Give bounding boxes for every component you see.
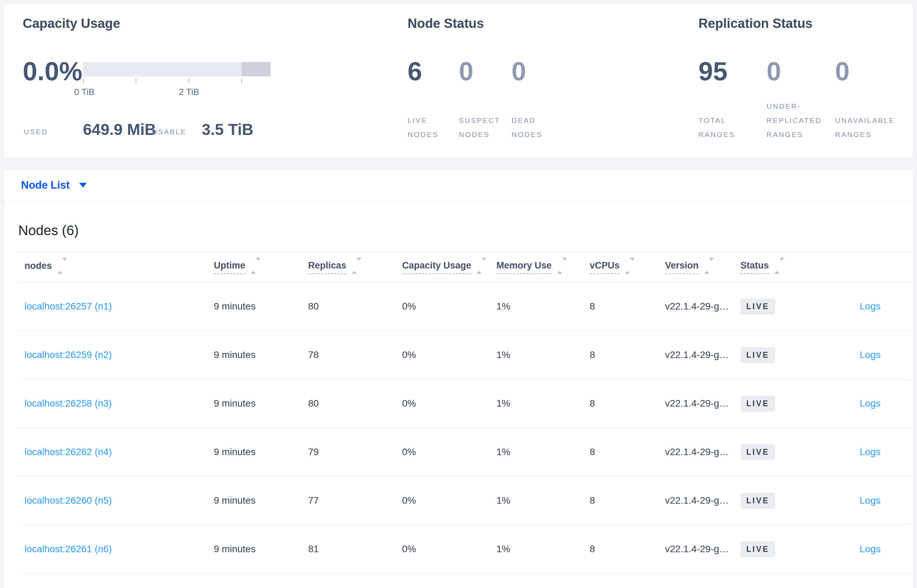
suspect-nodes-value: 0 (459, 58, 512, 84)
capacity-usage-bar (83, 62, 271, 76)
vcpus-cell: 8 (583, 331, 659, 380)
capacity-usage-cell: 0% (396, 380, 490, 428)
uptime-cell: 9 minutes (208, 525, 302, 573)
logs-link[interactable]: Logs (859, 301, 880, 312)
sort-arrows-icon (625, 261, 635, 271)
sort-arrows-icon (352, 261, 362, 271)
unavailable-ranges-label: UNAVAILABLE RANGES (835, 113, 917, 142)
column-header-memory[interactable]: Memory Use (490, 252, 583, 282)
table-header-row: nodesUptimeReplicasCapacity UsageMemory … (18, 252, 911, 282)
memory-use-cell: 1% (490, 380, 583, 428)
status-cell: LIVE (734, 331, 810, 380)
status-badge: LIVE (740, 493, 775, 509)
table-row: localhost:26262 (n4) 9 minutes 79 0% 1% … (18, 428, 911, 477)
vcpus-cell: 8 (583, 380, 659, 428)
node-cell: localhost:26257 (n1) (18, 282, 208, 331)
cluster-summary-panel: Capacity Usage 0.0% 0 TiB 2 TiB USED 649… (3, 3, 914, 158)
node-link[interactable]: localhost:26260 (n5) (24, 495, 112, 506)
vcpus-cell: 8 (583, 282, 659, 331)
under-replicated-ranges-value: 0 (767, 58, 835, 84)
chevron-down-icon (79, 183, 87, 187)
table-row: localhost:26257 (n1) 9 minutes 80 0% 1% … (18, 282, 911, 331)
logs-link[interactable]: Logs (859, 544, 880, 554)
axis-tick (83, 79, 84, 83)
column-header-replicas[interactable]: Replicas (302, 252, 396, 282)
node-link[interactable]: localhost:26259 (n2) (24, 349, 112, 360)
uptime-cell: 9 minutes (208, 477, 302, 525)
logs-cell: Logs (810, 282, 911, 331)
version-cell: v22.1.4-29-g… (659, 331, 734, 380)
status-badge: LIVE (740, 541, 775, 557)
column-header-status[interactable]: Status (734, 252, 810, 282)
table-row: localhost:26259 (n2) 9 minutes 78 0% 1% … (18, 331, 911, 380)
status-cell: LIVE (734, 477, 810, 525)
sort-arrows-icon (775, 261, 784, 271)
status-cell: LIVE (734, 525, 810, 573)
column-header-uptime[interactable]: Uptime (208, 252, 302, 282)
status-cell: LIVE (734, 428, 810, 477)
used-value: 649.9 MiB (83, 120, 156, 139)
table-row: localhost:26260 (n5) 9 minutes 77 0% 1% … (18, 477, 911, 525)
axis-tick-label: 0 TiB (74, 87, 94, 97)
logs-cell: Logs (810, 477, 911, 525)
memory-use-cell: 1% (490, 477, 583, 525)
nodes-table-section: Nodes (6) nodesUptimeReplicasCapacity Us… (4, 223, 913, 573)
replication-status-title: Replication Status (698, 16, 813, 31)
live-nodes-value: 6 (408, 58, 459, 84)
logs-link[interactable]: Logs (859, 446, 880, 457)
column-header-vcpus[interactable]: vCPUs (583, 252, 659, 282)
node-list-panel: Node List Nodes (6) nodesUptimeReplicasC… (3, 169, 914, 588)
node-link[interactable]: localhost:26262 (n4) (24, 446, 112, 457)
capacity-usage-cell: 0% (396, 282, 490, 331)
memory-use-cell: 1% (490, 282, 583, 331)
column-header-version[interactable]: Version (659, 252, 734, 282)
sort-arrows-icon (251, 261, 261, 271)
node-link[interactable]: localhost:26261 (n6) (24, 544, 112, 554)
vcpus-cell: 8 (583, 428, 659, 477)
under-replicated-ranges-label: UNDER-REPLICATED RANGES (767, 99, 827, 142)
usable-label: USABLE (152, 128, 187, 136)
table-row: localhost:26261 (n6) 9 minutes 81 0% 1% … (18, 525, 911, 573)
sort-arrows-icon (477, 261, 486, 271)
node-cell: localhost:26262 (n4) (18, 428, 208, 477)
node-link[interactable]: localhost:26257 (n1) (24, 301, 112, 312)
memory-use-cell: 1% (490, 525, 583, 573)
live-nodes-label: LIVE NODES (408, 113, 450, 142)
logs-cell: Logs (810, 331, 911, 380)
capacity-bar-unusable-segment (242, 62, 271, 76)
memory-use-cell: 1% (490, 331, 583, 380)
used-label: USED (24, 128, 48, 136)
total-ranges-label: TOTAL RANGES (698, 113, 750, 142)
status-badge: LIVE (740, 347, 775, 363)
nodes-table-body: localhost:26257 (n1) 9 minutes 80 0% 1% … (18, 282, 911, 573)
column-header-capacity[interactable]: Capacity Usage (396, 252, 490, 282)
logs-link[interactable]: Logs (859, 349, 880, 360)
vcpus-cell: 8 (583, 525, 659, 573)
status-cell: LIVE (734, 380, 810, 428)
node-cell: localhost:26259 (n2) (18, 331, 208, 380)
node-status-values: 6 0 0 (408, 58, 526, 84)
usable-value: 3.5 TiB (202, 120, 253, 139)
vcpus-cell: 8 (583, 477, 659, 525)
replicas-cell: 78 (302, 331, 396, 380)
dead-nodes-label: DEAD NODES (512, 113, 555, 142)
capacity-percent-value: 0.0% (23, 58, 82, 84)
dead-nodes-value: 0 (512, 58, 526, 84)
version-cell: v22.1.4-29-g… (659, 282, 734, 331)
nodes-panel-title: Nodes (6) (18, 223, 913, 238)
axis-tick-label: 2 TiB (179, 87, 199, 97)
logs-link[interactable]: Logs (859, 398, 880, 409)
axis-tick (189, 79, 189, 83)
replication-status-section: Replication Status 95 0 0 TOTAL RANGES U… (698, 4, 917, 158)
axis-tick (136, 79, 136, 83)
capacity-usage-cell: 0% (396, 428, 490, 477)
capacity-usage-section: Capacity Usage 0.0% 0 TiB 2 TiB USED 649… (23, 4, 394, 158)
column-header-node[interactable]: nodes (18, 252, 208, 282)
node-cell: localhost:26260 (n5) (18, 477, 208, 525)
node-link[interactable]: localhost:26258 (n3) (24, 398, 112, 409)
status-badge: LIVE (740, 396, 775, 412)
logs-link[interactable]: Logs (859, 495, 880, 506)
replication-status-labels: TOTAL RANGES UNDER-REPLICATED RANGES UNA… (698, 99, 917, 142)
version-cell: v22.1.4-29-g… (659, 428, 734, 477)
view-selector-dropdown[interactable]: Node List (21, 179, 87, 191)
